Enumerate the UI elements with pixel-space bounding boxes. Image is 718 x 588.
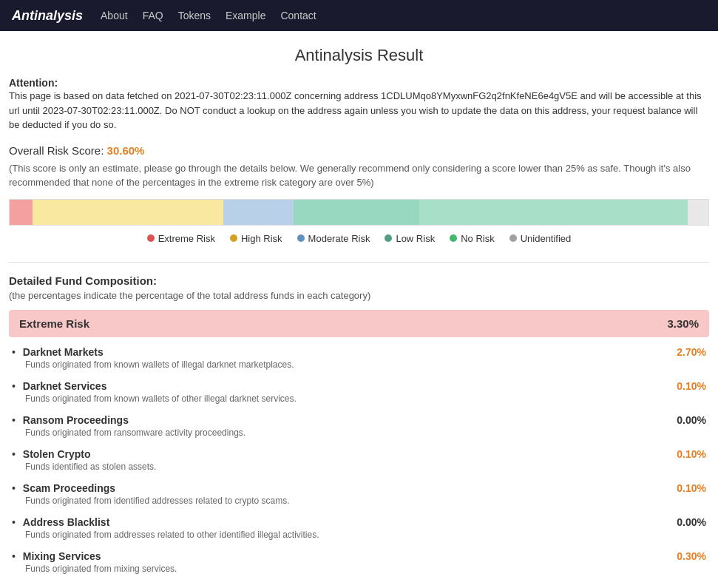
legend-label-moderate: Moderate Risk <box>308 233 370 244</box>
legend-label-unidentified: Unidentified <box>521 233 572 244</box>
fund-subtitle: (the percentages indicate the percentage… <box>9 290 709 301</box>
fund-item-stolen-crypto: • Stolen Crypto 0.10% Funds identified a… <box>9 448 709 472</box>
fund-item-mixing: • Mixing Services 0.30% Funds originated… <box>9 550 709 574</box>
fund-item-scam-desc: Funds originated from identified address… <box>25 496 706 506</box>
fund-item-mixing-value: 0.30% <box>677 550 706 562</box>
fund-item-darknet-services-value: 0.10% <box>677 380 706 392</box>
bar-high <box>33 200 223 225</box>
legend-dot-low <box>385 234 392 242</box>
legend-high: High Risk <box>230 233 282 244</box>
fund-item-stolen-label: Stolen Crypto <box>23 448 91 460</box>
nav-links: About FAQ Tokens Example Contact <box>101 10 316 21</box>
legend-dot-unidentified <box>509 234 517 242</box>
bullet-stolen: • <box>12 448 16 460</box>
nav-example[interactable]: Example <box>226 10 265 21</box>
brand-logo[interactable]: Antinalysis <box>12 8 83 24</box>
attention-text: This page is based on data fetched on 20… <box>9 89 709 132</box>
fund-item-ransom: • Ransom Proceedings 0.00% Funds origina… <box>9 414 709 438</box>
legend-low: Low Risk <box>385 233 435 244</box>
section-divider <box>9 262 709 263</box>
bullet-ransom: • <box>12 414 16 426</box>
fund-item-scam-value: 0.10% <box>677 482 706 494</box>
legend-extreme: Extreme Risk <box>147 233 215 244</box>
bullet-mixing: • <box>12 550 16 562</box>
bullet-scam: • <box>12 482 16 494</box>
fund-item-mixing-name: • Mixing Services <box>12 550 101 562</box>
legend-moderate: Moderate Risk <box>297 233 370 244</box>
legend-unidentified: Unidentified <box>509 233 572 244</box>
fund-item-mixing-desc: Funds originated from mixing services. <box>25 564 706 574</box>
legend-no: No Risk <box>450 233 495 244</box>
legend-label-low: Low Risk <box>396 233 435 244</box>
fund-item-darknet-services-desc: Funds originated from known wallets of o… <box>25 393 706 404</box>
legend-label-extreme: Extreme Risk <box>158 233 215 244</box>
legend-label-no: No Risk <box>461 233 495 244</box>
bullet-blacklist: • <box>12 516 16 528</box>
fund-item-scam-name: • Scam Proceedings <box>12 482 115 494</box>
attention-label: Attention: <box>9 77 58 89</box>
bar-extreme <box>10 200 33 225</box>
navbar: Antinalysis About FAQ Tokens Example Con… <box>0 0 718 31</box>
risk-bar <box>9 199 709 226</box>
fund-item-ransom-label: Ransom Proceedings <box>23 414 129 426</box>
nav-faq[interactable]: FAQ <box>143 10 163 21</box>
bar-moderate <box>223 200 294 225</box>
fund-item-darknet-markets-desc: Funds originated from known wallets of i… <box>25 359 706 370</box>
attention-box: Attention: This page is based on data fe… <box>9 77 709 132</box>
fund-item-darknet-services-label: Darknet Services <box>23 380 107 392</box>
nav-about[interactable]: About <box>101 10 128 21</box>
fund-item-darknet-services: • Darknet Services 0.10% Funds originate… <box>9 380 709 404</box>
fund-item-blacklist-value: 0.00% <box>677 516 706 528</box>
legend-dot-no <box>450 234 457 242</box>
fund-item-blacklist-desc: Funds originated from addresses related … <box>25 530 706 540</box>
page-title: Antinalysis Result <box>9 46 709 65</box>
legend-dot-high <box>230 234 237 242</box>
fund-item-scam: • Scam Proceedings 0.10% Funds originate… <box>9 482 709 506</box>
bar-unidentified <box>688 200 708 225</box>
fund-item-scam-label: Scam Proceedings <box>23 482 115 494</box>
nav-contact[interactable]: Contact <box>280 10 316 21</box>
fund-item-stolen-value: 0.10% <box>677 448 706 460</box>
legend-dot-moderate <box>297 234 305 242</box>
fund-item-darknet-markets-label: Darknet Markets <box>23 346 104 358</box>
bullet-darknet-markets: • <box>12 346 16 358</box>
category-extreme-value: 3.30% <box>667 317 699 330</box>
bullet-darknet-services: • <box>12 380 16 392</box>
fund-item-mixing-label: Mixing Services <box>23 550 101 562</box>
risk-score-line: Overall Risk Score: 30.60% <box>9 144 709 157</box>
fund-title: Detailed Fund Composition: <box>9 274 709 287</box>
bar-no <box>419 200 688 225</box>
bar-low <box>294 200 419 225</box>
risk-note: (This score is only an estimate, please … <box>9 161 709 190</box>
nav-tokens[interactable]: Tokens <box>178 10 211 21</box>
risk-score-label: Overall Risk Score: <box>9 144 104 157</box>
fund-item-darknet-services-name: • Darknet Services <box>12 380 106 392</box>
risk-score-value: 30.60% <box>107 144 145 157</box>
category-extreme-label: Extreme Risk <box>19 317 89 330</box>
legend-dot-extreme <box>147 234 155 242</box>
main-content: Antinalysis Result Attention: This page … <box>0 31 718 588</box>
risk-legend: Extreme Risk High Risk Moderate Risk Low… <box>9 233 709 244</box>
fund-item-stolen-name: • Stolen Crypto <box>12 448 91 460</box>
fund-item-darknet-markets: • Darknet Markets 2.70% Funds originated… <box>9 346 709 370</box>
fund-item-ransom-name: • Ransom Proceedings <box>12 414 129 426</box>
fund-item-blacklist-label: Address Blacklist <box>23 516 110 528</box>
fund-item-darknet-markets-value: 2.70% <box>677 346 706 358</box>
fund-item-ransom-desc: Funds originated from ransomware activit… <box>25 428 706 438</box>
fund-item-address-blacklist: • Address Blacklist 0.00% Funds originat… <box>9 516 709 540</box>
fund-item-ransom-value: 0.00% <box>677 414 706 426</box>
legend-label-high: High Risk <box>241 233 282 244</box>
fund-item-stolen-desc: Funds identified as stolen assets. <box>25 462 706 472</box>
fund-item-darknet-markets-name: • Darknet Markets <box>12 346 104 358</box>
category-extreme-header: Extreme Risk 3.30% <box>9 310 709 337</box>
fund-item-blacklist-name: • Address Blacklist <box>12 516 109 528</box>
